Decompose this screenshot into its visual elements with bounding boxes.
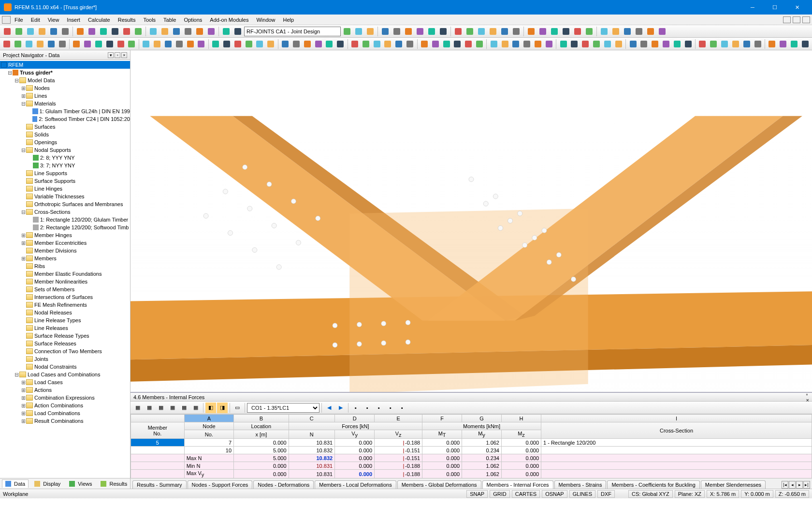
toolbar-button[interactable] (361, 39, 371, 49)
tree-item[interactable]: ⊟Load Cases and Combinations (0, 371, 130, 378)
menu-edit[interactable]: Edit (27, 16, 44, 24)
tree-item[interactable]: ⊞Load Cases (0, 378, 130, 386)
tree-item[interactable]: Member Elastic Foundations (0, 270, 130, 278)
tree-item[interactable]: Member Nonlinearities (0, 278, 130, 285)
menu-calculate[interactable]: Calculate (84, 16, 114, 24)
toolbar-button[interactable] (60, 26, 71, 37)
toolbar-button[interactable] (592, 39, 602, 49)
toolbar-button[interactable] (403, 26, 414, 37)
tree-item[interactable]: ⊟Nodal Supports (0, 146, 130, 154)
mdi-minimize-button[interactable] (783, 16, 791, 23)
tree-item[interactable]: ⊞Combination Expressions (0, 394, 130, 402)
system-menu-icon[interactable] (2, 16, 11, 24)
tab-first[interactable]: |◂ (782, 481, 788, 489)
tree-item[interactable]: ⊞Nodes (0, 84, 130, 92)
tree-item[interactable]: Connection of Two Members (0, 347, 130, 355)
mdi-close-button[interactable] (802, 16, 810, 23)
menu-addon[interactable]: Add-on Modules (206, 16, 252, 24)
tree-item[interactable]: 2: Softwood Timber C24 | DIN 1052:20 (0, 115, 130, 123)
table-tab[interactable]: Members - Global Deformations (397, 480, 481, 489)
table-tool-button[interactable]: ▪ (385, 403, 396, 413)
toolbar-button[interactable] (183, 26, 193, 37)
toolbar-button[interactable] (163, 39, 173, 49)
next-button[interactable]: ▶ (335, 403, 346, 413)
maximize-button[interactable]: ☐ (764, 0, 786, 15)
toolbar-button[interactable] (572, 26, 583, 37)
toolbar-button[interactable] (353, 26, 364, 37)
toolbar-button[interactable] (778, 39, 788, 49)
table-pin-button[interactable]: ▫ (806, 391, 809, 397)
tab-prev[interactable]: ◂ (789, 481, 796, 489)
toolbar-button[interactable] (522, 39, 532, 49)
tree-item[interactable]: ⊞Member Eccentricities (0, 239, 130, 247)
tree-item[interactable]: Line Hinges (0, 185, 130, 193)
table-tool-button[interactable]: ▦ (179, 403, 189, 413)
toolbar-button[interactable] (94, 39, 104, 49)
toolbar-button[interactable] (569, 39, 580, 49)
toolbar-button[interactable] (392, 26, 402, 37)
toolbar-button[interactable] (2, 26, 13, 37)
table-tool-button[interactable]: ▪ (362, 403, 373, 413)
toolbar-button[interactable] (741, 39, 752, 49)
tab-next[interactable]: ▸ (796, 481, 803, 489)
table-tool-button[interactable]: ▪ (374, 403, 384, 413)
toolbar-button[interactable] (558, 39, 568, 49)
toolbar-button[interactable] (537, 26, 548, 37)
toolbar-button[interactable] (430, 39, 440, 49)
toolbar-button[interactable] (116, 39, 126, 49)
menu-view[interactable]: View (44, 16, 63, 24)
tree-item[interactable]: Surface Release Types (0, 332, 130, 340)
toolbar-button[interactable] (645, 26, 656, 37)
toolbar-button[interactable] (488, 26, 498, 37)
tree-item[interactable]: Surface Releases (0, 340, 130, 347)
tree-item[interactable]: Line Releases (0, 324, 130, 332)
toolbar-button[interactable] (697, 39, 708, 49)
prev-button[interactable]: ◀ (324, 403, 334, 413)
toolbar-button[interactable] (464, 26, 475, 37)
toolbar-button[interactable] (500, 39, 510, 49)
tree-item[interactable]: 1: Glulam Timber GL24h | DIN EN 199 (0, 107, 130, 115)
tree-item[interactable]: Nodal Constraints (0, 363, 130, 371)
tree-item[interactable]: ⊞Actions (0, 386, 130, 394)
toolbar-button[interactable] (405, 39, 415, 49)
toolbar-button[interactable] (441, 39, 451, 49)
toolbar-button[interactable] (232, 26, 243, 37)
table-tool-button[interactable]: ◧ (205, 403, 216, 413)
tree-item[interactable]: Sets of Members (0, 285, 130, 293)
toolbar-button[interactable] (350, 39, 360, 49)
table-tool-button[interactable]: ▦ (190, 403, 201, 413)
toolbar-button[interactable] (174, 39, 184, 49)
toolbar-button[interactable] (222, 39, 232, 49)
module-combo[interactable] (244, 27, 341, 36)
toolbar-button[interactable] (25, 26, 36, 37)
toolbar-button[interactable] (800, 39, 810, 49)
tree-item[interactable]: ⊞Lines (0, 92, 130, 100)
menu-file[interactable]: File (11, 16, 27, 24)
toolbar-button[interactable] (48, 26, 59, 37)
tab-last[interactable]: ▸| (803, 481, 810, 489)
toolbar-button[interactable] (232, 39, 243, 49)
toolbar-button[interactable] (533, 39, 543, 49)
toolbar-button[interactable] (634, 26, 644, 37)
nav-tab-data[interactable]: Data (2, 479, 29, 488)
table-tab[interactable]: Nodes - Support Forces (188, 480, 253, 489)
3d-viewport[interactable]: X Y Z 4.6 Members - Internal Forces ▫ × … (130, 50, 812, 489)
toolbar-button[interactable] (419, 39, 429, 49)
toolbar-button[interactable] (475, 39, 485, 49)
tree-item[interactable]: Ribs (0, 262, 130, 270)
table-row[interactable]: 105.00010.8320.000-0.1510.0000.2340.000 (131, 447, 812, 454)
toolbar-button[interactable] (196, 39, 206, 49)
toolbar-button[interactable] (380, 26, 391, 37)
toolbar-button[interactable] (709, 39, 719, 49)
toolbar-button[interactable] (83, 39, 93, 49)
toolbar-button[interactable] (753, 39, 763, 49)
toolbar-button[interactable] (342, 26, 352, 37)
table-tool-button[interactable]: ▦ (167, 403, 178, 413)
toolbar-button[interactable] (280, 39, 290, 49)
minimize-button[interactable]: ─ (741, 0, 764, 15)
table-tool-button[interactable]: ▦ (132, 403, 143, 413)
tree-item[interactable]: 2: Rectangle 120/200; Softwood Timb (0, 224, 130, 231)
toolbar-button[interactable] (767, 39, 777, 49)
menu-options[interactable]: Options (180, 16, 206, 24)
navigator-pin-button[interactable]: ▫ (115, 52, 120, 58)
